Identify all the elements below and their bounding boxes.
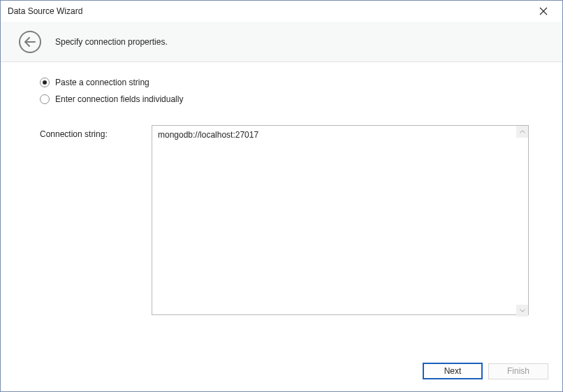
radio-indicator-icon [40, 78, 50, 87]
radio-label: Enter connection fields individually [55, 94, 183, 104]
connection-mode-radio-group: Paste a connection string Enter connecti… [40, 78, 529, 104]
wizard-window: Data Source Wizard Specify connection pr… [0, 0, 563, 392]
footer: Next Finish [1, 351, 562, 391]
connection-string-row: Connection string: [40, 125, 529, 317]
back-button[interactable] [19, 31, 41, 53]
header-band: Specify connection properties. [1, 22, 562, 62]
radio-enter-fields-individually[interactable]: Enter connection fields individually [40, 94, 529, 104]
textarea-wrapper [152, 125, 529, 317]
close-button[interactable] [533, 1, 554, 22]
arrow-left-icon [24, 37, 36, 47]
connection-string-label: Connection string: [40, 125, 145, 139]
chevron-down-icon [520, 309, 525, 312]
header-subtitle: Specify connection properties. [55, 37, 168, 47]
titlebar: Data Source Wizard [1, 1, 562, 22]
window-title: Data Source Wizard [8, 6, 82, 16]
content-area: Paste a connection string Enter connecti… [1, 62, 562, 351]
close-icon [539, 7, 548, 15]
scroll-up-button[interactable] [516, 126, 528, 138]
radio-paste-connection-string[interactable]: Paste a connection string [40, 78, 529, 87]
chevron-up-icon [520, 130, 525, 133]
scroll-down-button[interactable] [516, 305, 528, 317]
radio-indicator-icon [40, 94, 50, 104]
next-button[interactable]: Next [423, 363, 483, 379]
radio-label: Paste a connection string [55, 78, 149, 87]
finish-button[interactable]: Finish [488, 363, 548, 379]
connection-string-input[interactable] [152, 125, 529, 315]
